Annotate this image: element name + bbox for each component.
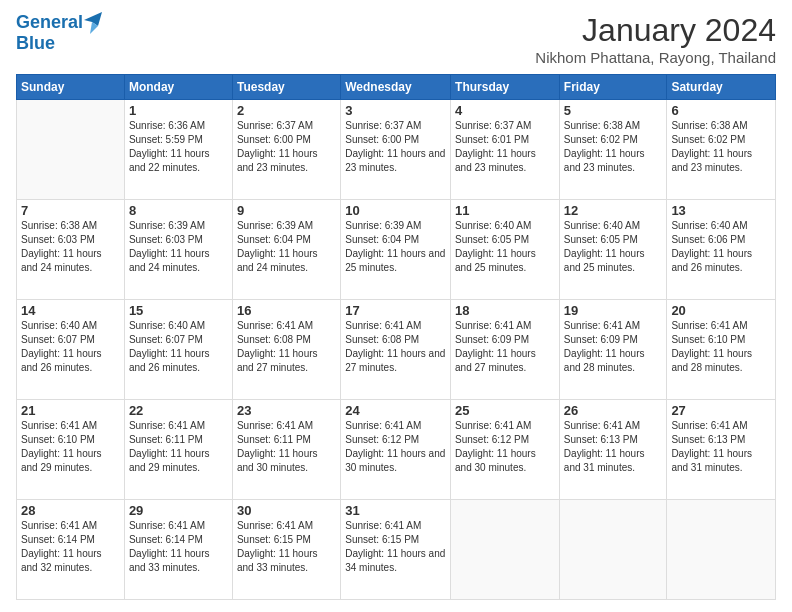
day-info: Sunrise: 6:41 AM Sunset: 6:14 PM Dayligh… — [21, 519, 120, 575]
day-number: 7 — [21, 203, 120, 218]
day-number: 5 — [564, 103, 663, 118]
day-number: 16 — [237, 303, 336, 318]
table-row — [17, 100, 125, 200]
day-number: 1 — [129, 103, 228, 118]
calendar-table: Sunday Monday Tuesday Wednesday Thursday… — [16, 74, 776, 600]
day-number: 12 — [564, 203, 663, 218]
day-number: 11 — [455, 203, 555, 218]
logo-text-line2: Blue — [16, 34, 100, 54]
col-sunday: Sunday — [17, 75, 125, 100]
day-info: Sunrise: 6:41 AM Sunset: 6:08 PM Dayligh… — [237, 319, 336, 375]
day-number: 9 — [237, 203, 336, 218]
logo: General Blue — [16, 12, 100, 54]
day-info: Sunrise: 6:38 AM Sunset: 6:03 PM Dayligh… — [21, 219, 120, 275]
col-saturday: Saturday — [667, 75, 776, 100]
day-info: Sunrise: 6:39 AM Sunset: 6:03 PM Dayligh… — [129, 219, 228, 275]
day-number: 20 — [671, 303, 771, 318]
day-info: Sunrise: 6:37 AM Sunset: 6:00 PM Dayligh… — [345, 119, 446, 175]
day-info: Sunrise: 6:41 AM Sunset: 6:12 PM Dayligh… — [345, 419, 446, 475]
day-info: Sunrise: 6:36 AM Sunset: 5:59 PM Dayligh… — [129, 119, 228, 175]
day-info: Sunrise: 6:38 AM Sunset: 6:02 PM Dayligh… — [564, 119, 663, 175]
table-row: 18Sunrise: 6:41 AM Sunset: 6:09 PM Dayli… — [451, 300, 560, 400]
table-row: 2Sunrise: 6:37 AM Sunset: 6:00 PM Daylig… — [232, 100, 340, 200]
day-info: Sunrise: 6:41 AM Sunset: 6:10 PM Dayligh… — [671, 319, 771, 375]
day-number: 22 — [129, 403, 228, 418]
table-row: 14Sunrise: 6:40 AM Sunset: 6:07 PM Dayli… — [17, 300, 125, 400]
table-row: 28Sunrise: 6:41 AM Sunset: 6:14 PM Dayli… — [17, 500, 125, 600]
table-row: 26Sunrise: 6:41 AM Sunset: 6:13 PM Dayli… — [559, 400, 667, 500]
col-friday: Friday — [559, 75, 667, 100]
day-info: Sunrise: 6:40 AM Sunset: 6:07 PM Dayligh… — [129, 319, 228, 375]
day-number: 8 — [129, 203, 228, 218]
day-info: Sunrise: 6:41 AM Sunset: 6:09 PM Dayligh… — [455, 319, 555, 375]
header: General Blue January 2024 Nikhom Phattan… — [16, 12, 776, 66]
calendar-week-row: 21Sunrise: 6:41 AM Sunset: 6:10 PM Dayli… — [17, 400, 776, 500]
day-info: Sunrise: 6:41 AM Sunset: 6:12 PM Dayligh… — [455, 419, 555, 475]
table-row: 11Sunrise: 6:40 AM Sunset: 6:05 PM Dayli… — [451, 200, 560, 300]
table-row: 9Sunrise: 6:39 AM Sunset: 6:04 PM Daylig… — [232, 200, 340, 300]
table-row: 17Sunrise: 6:41 AM Sunset: 6:08 PM Dayli… — [341, 300, 451, 400]
day-info: Sunrise: 6:38 AM Sunset: 6:02 PM Dayligh… — [671, 119, 771, 175]
table-row — [667, 500, 776, 600]
day-number: 24 — [345, 403, 446, 418]
calendar-week-row: 28Sunrise: 6:41 AM Sunset: 6:14 PM Dayli… — [17, 500, 776, 600]
calendar-week-row: 14Sunrise: 6:40 AM Sunset: 6:07 PM Dayli… — [17, 300, 776, 400]
table-row: 4Sunrise: 6:37 AM Sunset: 6:01 PM Daylig… — [451, 100, 560, 200]
day-info: Sunrise: 6:41 AM Sunset: 6:15 PM Dayligh… — [237, 519, 336, 575]
day-info: Sunrise: 6:39 AM Sunset: 6:04 PM Dayligh… — [237, 219, 336, 275]
day-info: Sunrise: 6:39 AM Sunset: 6:04 PM Dayligh… — [345, 219, 446, 275]
col-wednesday: Wednesday — [341, 75, 451, 100]
table-row: 24Sunrise: 6:41 AM Sunset: 6:12 PM Dayli… — [341, 400, 451, 500]
page: General Blue January 2024 Nikhom Phattan… — [0, 0, 792, 612]
day-number: 3 — [345, 103, 446, 118]
table-row: 19Sunrise: 6:41 AM Sunset: 6:09 PM Dayli… — [559, 300, 667, 400]
day-number: 2 — [237, 103, 336, 118]
table-row: 27Sunrise: 6:41 AM Sunset: 6:13 PM Dayli… — [667, 400, 776, 500]
calendar-week-row: 1Sunrise: 6:36 AM Sunset: 5:59 PM Daylig… — [17, 100, 776, 200]
table-row: 6Sunrise: 6:38 AM Sunset: 6:02 PM Daylig… — [667, 100, 776, 200]
table-row — [559, 500, 667, 600]
day-info: Sunrise: 6:37 AM Sunset: 6:01 PM Dayligh… — [455, 119, 555, 175]
table-row: 8Sunrise: 6:39 AM Sunset: 6:03 PM Daylig… — [124, 200, 232, 300]
table-row: 29Sunrise: 6:41 AM Sunset: 6:14 PM Dayli… — [124, 500, 232, 600]
day-number: 28 — [21, 503, 120, 518]
table-row: 7Sunrise: 6:38 AM Sunset: 6:03 PM Daylig… — [17, 200, 125, 300]
day-number: 17 — [345, 303, 446, 318]
day-number: 29 — [129, 503, 228, 518]
day-number: 26 — [564, 403, 663, 418]
col-thursday: Thursday — [451, 75, 560, 100]
table-row: 23Sunrise: 6:41 AM Sunset: 6:11 PM Dayli… — [232, 400, 340, 500]
day-info: Sunrise: 6:40 AM Sunset: 6:07 PM Dayligh… — [21, 319, 120, 375]
table-row: 10Sunrise: 6:39 AM Sunset: 6:04 PM Dayli… — [341, 200, 451, 300]
logo-text-line1: General — [16, 13, 83, 33]
table-row: 3Sunrise: 6:37 AM Sunset: 6:00 PM Daylig… — [341, 100, 451, 200]
day-info: Sunrise: 6:41 AM Sunset: 6:09 PM Dayligh… — [564, 319, 663, 375]
day-number: 31 — [345, 503, 446, 518]
day-info: Sunrise: 6:40 AM Sunset: 6:06 PM Dayligh… — [671, 219, 771, 275]
day-number: 30 — [237, 503, 336, 518]
col-monday: Monday — [124, 75, 232, 100]
table-row: 20Sunrise: 6:41 AM Sunset: 6:10 PM Dayli… — [667, 300, 776, 400]
day-info: Sunrise: 6:40 AM Sunset: 6:05 PM Dayligh… — [564, 219, 663, 275]
day-info: Sunrise: 6:41 AM Sunset: 6:14 PM Dayligh… — [129, 519, 228, 575]
calendar-header-row: Sunday Monday Tuesday Wednesday Thursday… — [17, 75, 776, 100]
day-number: 19 — [564, 303, 663, 318]
table-row: 15Sunrise: 6:40 AM Sunset: 6:07 PM Dayli… — [124, 300, 232, 400]
location-subtitle: Nikhom Phattana, Rayong, Thailand — [535, 49, 776, 66]
table-row — [451, 500, 560, 600]
day-number: 27 — [671, 403, 771, 418]
month-title: January 2024 — [535, 12, 776, 49]
day-number: 15 — [129, 303, 228, 318]
day-info: Sunrise: 6:41 AM Sunset: 6:08 PM Dayligh… — [345, 319, 446, 375]
calendar-week-row: 7Sunrise: 6:38 AM Sunset: 6:03 PM Daylig… — [17, 200, 776, 300]
title-block: January 2024 Nikhom Phattana, Rayong, Th… — [535, 12, 776, 66]
day-info: Sunrise: 6:41 AM Sunset: 6:13 PM Dayligh… — [564, 419, 663, 475]
day-number: 6 — [671, 103, 771, 118]
day-info: Sunrise: 6:41 AM Sunset: 6:15 PM Dayligh… — [345, 519, 446, 575]
col-tuesday: Tuesday — [232, 75, 340, 100]
table-row: 25Sunrise: 6:41 AM Sunset: 6:12 PM Dayli… — [451, 400, 560, 500]
table-row: 13Sunrise: 6:40 AM Sunset: 6:06 PM Dayli… — [667, 200, 776, 300]
day-info: Sunrise: 6:41 AM Sunset: 6:11 PM Dayligh… — [237, 419, 336, 475]
day-number: 14 — [21, 303, 120, 318]
day-info: Sunrise: 6:37 AM Sunset: 6:00 PM Dayligh… — [237, 119, 336, 175]
